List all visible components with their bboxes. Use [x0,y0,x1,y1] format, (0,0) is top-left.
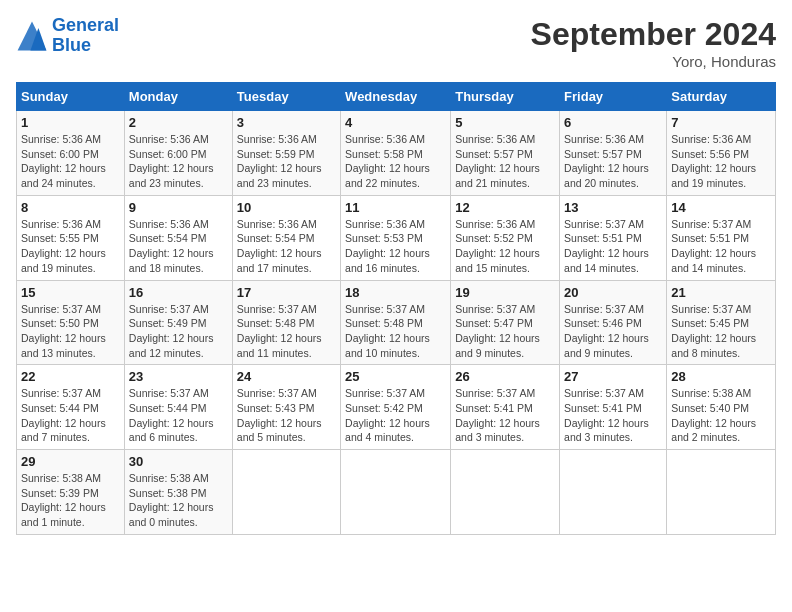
calendar-week-row: 29Sunrise: 5:38 AM Sunset: 5:39 PM Dayli… [17,450,776,535]
page-header: General Blue September 2024 Yoro, Hondur… [16,16,776,70]
day-info: Sunrise: 5:38 AM Sunset: 5:38 PM Dayligh… [129,471,228,530]
calendar-day-cell: 18Sunrise: 5:37 AM Sunset: 5:48 PM Dayli… [341,280,451,365]
day-number: 21 [671,285,771,300]
day-number: 18 [345,285,446,300]
day-number: 14 [671,200,771,215]
day-number: 26 [455,369,555,384]
calendar-day-cell: 3Sunrise: 5:36 AM Sunset: 5:59 PM Daylig… [232,111,340,196]
day-number: 3 [237,115,336,130]
weekday-header: Tuesday [232,83,340,111]
title-block: September 2024 Yoro, Honduras [531,16,776,70]
day-info: Sunrise: 5:36 AM Sunset: 6:00 PM Dayligh… [21,132,120,191]
weekday-header: Friday [560,83,667,111]
calendar-day-cell: 28Sunrise: 5:38 AM Sunset: 5:40 PM Dayli… [667,365,776,450]
day-number: 2 [129,115,228,130]
calendar-day-cell: 1Sunrise: 5:36 AM Sunset: 6:00 PM Daylig… [17,111,125,196]
day-info: Sunrise: 5:36 AM Sunset: 5:54 PM Dayligh… [129,217,228,276]
month-title: September 2024 [531,16,776,53]
calendar-day-cell: 23Sunrise: 5:37 AM Sunset: 5:44 PM Dayli… [124,365,232,450]
weekday-header: Sunday [17,83,125,111]
weekday-header: Wednesday [341,83,451,111]
calendar-day-cell: 30Sunrise: 5:38 AM Sunset: 5:38 PM Dayli… [124,450,232,535]
calendar-day-cell: 6Sunrise: 5:36 AM Sunset: 5:57 PM Daylig… [560,111,667,196]
day-info: Sunrise: 5:36 AM Sunset: 5:53 PM Dayligh… [345,217,446,276]
day-info: Sunrise: 5:36 AM Sunset: 5:57 PM Dayligh… [455,132,555,191]
calendar-day-cell: 24Sunrise: 5:37 AM Sunset: 5:43 PM Dayli… [232,365,340,450]
calendar-day-cell: 17Sunrise: 5:37 AM Sunset: 5:48 PM Dayli… [232,280,340,365]
day-number: 24 [237,369,336,384]
calendar-day-cell: 5Sunrise: 5:36 AM Sunset: 5:57 PM Daylig… [451,111,560,196]
calendar-day-cell [341,450,451,535]
calendar-week-row: 8Sunrise: 5:36 AM Sunset: 5:55 PM Daylig… [17,195,776,280]
day-info: Sunrise: 5:37 AM Sunset: 5:51 PM Dayligh… [564,217,662,276]
weekday-header: Saturday [667,83,776,111]
calendar-day-cell [232,450,340,535]
day-number: 22 [21,369,120,384]
day-info: Sunrise: 5:37 AM Sunset: 5:50 PM Dayligh… [21,302,120,361]
day-number: 1 [21,115,120,130]
calendar-day-cell: 12Sunrise: 5:36 AM Sunset: 5:52 PM Dayli… [451,195,560,280]
calendar-day-cell: 13Sunrise: 5:37 AM Sunset: 5:51 PM Dayli… [560,195,667,280]
calendar-table: SundayMondayTuesdayWednesdayThursdayFrid… [16,82,776,535]
day-info: Sunrise: 5:37 AM Sunset: 5:49 PM Dayligh… [129,302,228,361]
calendar-day-cell: 29Sunrise: 5:38 AM Sunset: 5:39 PM Dayli… [17,450,125,535]
day-info: Sunrise: 5:36 AM Sunset: 6:00 PM Dayligh… [129,132,228,191]
calendar-day-cell: 2Sunrise: 5:36 AM Sunset: 6:00 PM Daylig… [124,111,232,196]
day-info: Sunrise: 5:36 AM Sunset: 5:58 PM Dayligh… [345,132,446,191]
day-info: Sunrise: 5:36 AM Sunset: 5:57 PM Dayligh… [564,132,662,191]
location-subtitle: Yoro, Honduras [531,53,776,70]
calendar-day-cell: 22Sunrise: 5:37 AM Sunset: 5:44 PM Dayli… [17,365,125,450]
day-number: 12 [455,200,555,215]
day-info: Sunrise: 5:36 AM Sunset: 5:55 PM Dayligh… [21,217,120,276]
logo-icon [16,20,48,52]
day-number: 20 [564,285,662,300]
calendar-day-cell [667,450,776,535]
calendar-day-cell: 26Sunrise: 5:37 AM Sunset: 5:41 PM Dayli… [451,365,560,450]
day-info: Sunrise: 5:36 AM Sunset: 5:59 PM Dayligh… [237,132,336,191]
day-number: 27 [564,369,662,384]
day-number: 8 [21,200,120,215]
day-number: 25 [345,369,446,384]
calendar-day-cell: 19Sunrise: 5:37 AM Sunset: 5:47 PM Dayli… [451,280,560,365]
weekday-header: Monday [124,83,232,111]
day-info: Sunrise: 5:37 AM Sunset: 5:45 PM Dayligh… [671,302,771,361]
day-number: 11 [345,200,446,215]
day-info: Sunrise: 5:36 AM Sunset: 5:52 PM Dayligh… [455,217,555,276]
day-number: 13 [564,200,662,215]
calendar-day-cell: 7Sunrise: 5:36 AM Sunset: 5:56 PM Daylig… [667,111,776,196]
day-number: 5 [455,115,555,130]
calendar-week-row: 1Sunrise: 5:36 AM Sunset: 6:00 PM Daylig… [17,111,776,196]
calendar-day-cell: 8Sunrise: 5:36 AM Sunset: 5:55 PM Daylig… [17,195,125,280]
day-number: 30 [129,454,228,469]
day-number: 19 [455,285,555,300]
calendar-day-cell: 11Sunrise: 5:36 AM Sunset: 5:53 PM Dayli… [341,195,451,280]
calendar-week-row: 22Sunrise: 5:37 AM Sunset: 5:44 PM Dayli… [17,365,776,450]
calendar-day-cell: 21Sunrise: 5:37 AM Sunset: 5:45 PM Dayli… [667,280,776,365]
logo-text: General Blue [52,16,119,56]
day-number: 6 [564,115,662,130]
calendar-week-row: 15Sunrise: 5:37 AM Sunset: 5:50 PM Dayli… [17,280,776,365]
calendar-day-cell: 10Sunrise: 5:36 AM Sunset: 5:54 PM Dayli… [232,195,340,280]
calendar-day-cell: 16Sunrise: 5:37 AM Sunset: 5:49 PM Dayli… [124,280,232,365]
day-info: Sunrise: 5:37 AM Sunset: 5:43 PM Dayligh… [237,386,336,445]
calendar-day-cell [560,450,667,535]
day-info: Sunrise: 5:38 AM Sunset: 5:39 PM Dayligh… [21,471,120,530]
calendar-day-cell: 15Sunrise: 5:37 AM Sunset: 5:50 PM Dayli… [17,280,125,365]
day-info: Sunrise: 5:37 AM Sunset: 5:42 PM Dayligh… [345,386,446,445]
day-info: Sunrise: 5:37 AM Sunset: 5:41 PM Dayligh… [455,386,555,445]
day-number: 28 [671,369,771,384]
day-number: 23 [129,369,228,384]
day-number: 4 [345,115,446,130]
calendar-day-cell: 20Sunrise: 5:37 AM Sunset: 5:46 PM Dayli… [560,280,667,365]
logo: General Blue [16,16,119,56]
day-number: 16 [129,285,228,300]
calendar-day-cell: 4Sunrise: 5:36 AM Sunset: 5:58 PM Daylig… [341,111,451,196]
day-number: 10 [237,200,336,215]
calendar-day-cell [451,450,560,535]
day-number: 9 [129,200,228,215]
day-info: Sunrise: 5:37 AM Sunset: 5:51 PM Dayligh… [671,217,771,276]
day-number: 29 [21,454,120,469]
calendar-day-cell: 27Sunrise: 5:37 AM Sunset: 5:41 PM Dayli… [560,365,667,450]
day-info: Sunrise: 5:37 AM Sunset: 5:44 PM Dayligh… [21,386,120,445]
day-info: Sunrise: 5:38 AM Sunset: 5:40 PM Dayligh… [671,386,771,445]
